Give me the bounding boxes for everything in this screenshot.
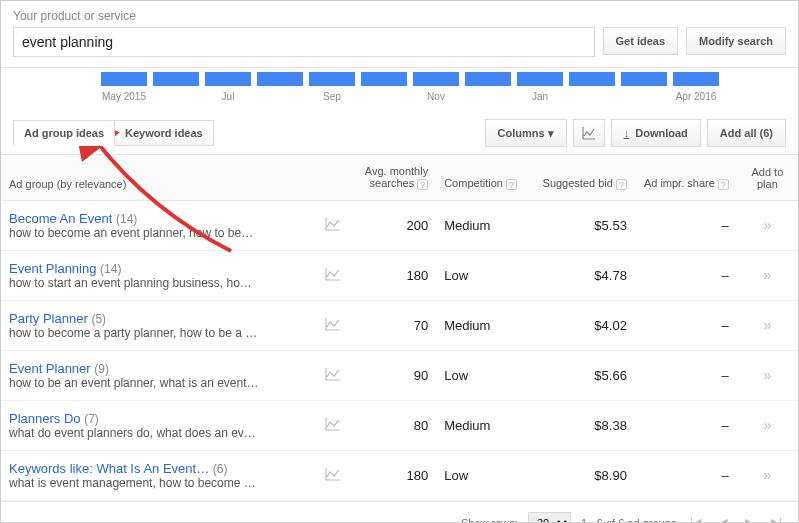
svg-rect-6 — [413, 72, 459, 86]
svg-rect-9 — [569, 72, 615, 86]
svg-rect-10 — [621, 72, 667, 86]
row-chart-icon[interactable] — [325, 267, 341, 281]
keyword-count: (14) — [100, 262, 121, 276]
ad-group-desc: how to become an event planner, how to b… — [9, 226, 299, 240]
help-icon[interactable]: ? — [616, 179, 627, 190]
page-first-button[interactable]: |◀ — [686, 516, 705, 523]
avg-searches-cell: 70 — [350, 300, 437, 350]
svg-text:Apr 2016: Apr 2016 — [676, 91, 717, 102]
product-input[interactable] — [13, 27, 595, 57]
ad-group-link[interactable]: Event Planning — [9, 261, 96, 276]
bid-cell: $5.66 — [533, 350, 635, 400]
add-to-plan-button[interactable]: » — [737, 200, 798, 250]
keyword-count: (9) — [94, 362, 109, 376]
col-suggested-bid[interactable]: Suggested bid? — [533, 155, 635, 200]
add-to-plan-button[interactable]: » — [737, 400, 798, 450]
competition-cell: Low — [436, 450, 533, 500]
add-to-plan-button[interactable]: » — [737, 300, 798, 350]
add-to-plan-button[interactable]: » — [737, 250, 798, 300]
svg-rect-7 — [465, 72, 511, 86]
competition-cell: Medium — [436, 200, 533, 250]
avg-searches-cell: 200 — [350, 200, 437, 250]
svg-text:May 2015: May 2015 — [102, 91, 146, 102]
bid-cell: $8.38 — [533, 400, 635, 450]
page-last-button[interactable]: ▶| — [767, 516, 786, 523]
table-row: Planners Do (7) what do event planners d… — [1, 400, 798, 450]
col-impr-share[interactable]: Ad impr. share? — [635, 155, 737, 200]
keyword-count: (6) — [213, 462, 228, 476]
page-range: 1 - 6 of 6 ad groups — [581, 517, 676, 523]
avg-searches-cell: 180 — [350, 450, 437, 500]
competition-cell: Low — [436, 350, 533, 400]
svg-rect-1 — [153, 72, 199, 86]
tab-keyword-ideas[interactable]: Keyword ideas — [115, 120, 214, 146]
download-button[interactable]: ↓ Download — [611, 119, 701, 147]
impr-share-cell: – — [635, 250, 737, 300]
rows-select[interactable]: 30 — [528, 512, 571, 523]
row-chart-icon[interactable] — [325, 467, 341, 481]
page-prev-button[interactable]: ◀ — [715, 516, 731, 523]
show-rows-label: Show rows: — [461, 517, 518, 523]
download-icon: ↓ — [624, 127, 630, 139]
svg-rect-4 — [309, 72, 355, 86]
impr-share-cell: – — [635, 300, 737, 350]
row-chart-icon[interactable] — [325, 317, 341, 331]
svg-text:Nov: Nov — [427, 91, 445, 102]
ad-group-link[interactable]: Party Planner — [9, 311, 88, 326]
impr-share-cell: – — [635, 400, 737, 450]
col-ad-group[interactable]: Ad group (by relevance) — [1, 155, 317, 200]
line-chart-icon — [582, 126, 596, 140]
impr-share-cell: – — [635, 200, 737, 250]
ad-group-link[interactable]: Planners Do — [9, 411, 81, 426]
keyword-count: (5) — [91, 312, 106, 326]
ad-group-link[interactable]: Become An Event — [9, 211, 112, 226]
tab-ad-group-ideas[interactable]: Ad group ideas — [13, 120, 115, 146]
get-ideas-button[interactable]: Get ideas — [603, 27, 679, 55]
table-row: Keywords like: What Is An Event… (6) wha… — [1, 450, 798, 500]
add-to-plan-button[interactable]: » — [737, 450, 798, 500]
impr-share-cell: – — [635, 350, 737, 400]
impr-share-cell: – — [635, 450, 737, 500]
ad-group-desc: how to be an event planner, what is an e… — [9, 376, 299, 390]
ad-group-desc: what do event planners do, what does an … — [9, 426, 299, 440]
bid-cell: $8.90 — [533, 450, 635, 500]
svg-rect-5 — [361, 72, 407, 86]
svg-rect-2 — [205, 72, 251, 86]
help-icon[interactable]: ? — [417, 179, 428, 190]
row-chart-icon[interactable] — [325, 367, 341, 381]
ad-group-desc: how to become a party planner, how to be… — [9, 326, 299, 340]
table-row: Event Planning (14) how to start an even… — [1, 250, 798, 300]
avg-searches-cell: 180 — [350, 250, 437, 300]
add-to-plan-button[interactable]: » — [737, 350, 798, 400]
avg-searches-cell: 90 — [350, 350, 437, 400]
svg-text:Sep: Sep — [323, 91, 341, 102]
svg-text:Jan: Jan — [532, 91, 548, 102]
col-competition[interactable]: Competition? — [436, 155, 533, 200]
ad-group-desc: how to start an event planning business,… — [9, 276, 299, 290]
help-icon[interactable]: ? — [718, 179, 729, 190]
svg-rect-3 — [257, 72, 303, 86]
bid-cell: $4.02 — [533, 300, 635, 350]
competition-cell: Medium — [436, 400, 533, 450]
ad-group-link[interactable]: Keywords like: What Is An Event… — [9, 461, 209, 476]
row-chart-icon[interactable] — [325, 217, 341, 231]
row-chart-icon[interactable] — [325, 417, 341, 431]
competition-cell: Medium — [436, 300, 533, 350]
table-row: Become An Event (14) how to become an ev… — [1, 200, 798, 250]
columns-button[interactable]: Columns ▾ — [485, 119, 567, 147]
bid-cell: $4.78 — [533, 250, 635, 300]
trend-mini-chart: May 2015JulSepNovJanApr 2016 — [1, 68, 798, 109]
col-add-to-plan: Add to plan — [737, 155, 798, 200]
results-table: Ad group (by relevance) Avg. monthly sea… — [1, 155, 798, 501]
col-avg-searches[interactable]: Avg. monthly searches? — [350, 155, 437, 200]
add-all-button[interactable]: Add all (6) — [707, 119, 786, 147]
ad-group-link[interactable]: Event Planner — [9, 361, 91, 376]
avg-searches-cell: 80 — [350, 400, 437, 450]
chart-toggle-button[interactable] — [573, 119, 605, 147]
modify-search-button[interactable]: Modify search — [686, 27, 786, 55]
table-row: Party Planner (5) how to become a party … — [1, 300, 798, 350]
chevron-down-icon: ▾ — [548, 127, 554, 140]
help-icon[interactable]: ? — [506, 179, 517, 190]
page-next-button[interactable]: ▶ — [741, 516, 757, 523]
svg-rect-8 — [517, 72, 563, 86]
